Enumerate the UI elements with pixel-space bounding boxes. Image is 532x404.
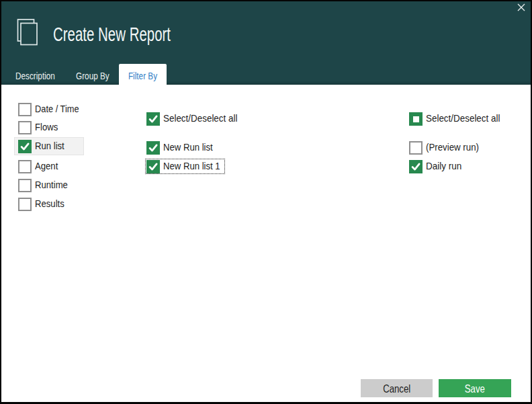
tab-description[interactable]: Description xyxy=(6,64,75,85)
save-button-label: Save xyxy=(465,382,485,395)
checkmark-icon xyxy=(146,112,160,126)
category-label: Flows xyxy=(35,121,58,132)
item-label: New Run list 1 xyxy=(163,160,220,171)
category-label: Agent xyxy=(35,160,58,171)
category-label: Run list xyxy=(35,140,64,151)
cancel-button[interactable]: Cancel xyxy=(361,379,433,397)
dialog-header: Create New Report Description Group By F… xyxy=(1,1,531,85)
checkbox-new-run-list-1[interactable] xyxy=(146,160,160,173)
indeterminate-mark xyxy=(413,116,419,122)
item-label: New Run list xyxy=(163,141,213,153)
checkbox-flows[interactable] xyxy=(18,121,32,134)
dialog-title: Create New Report xyxy=(53,24,171,44)
row-new-run-list-1[interactable]: New Run list 1 xyxy=(146,160,228,173)
checkbox-run-list-select-all[interactable] xyxy=(146,112,160,126)
checkbox-run-type-select-all[interactable] xyxy=(409,112,423,126)
filter-by-panel xyxy=(1,85,531,402)
row-preview-run[interactable]: (Preview run) xyxy=(409,141,486,155)
checkmark-icon xyxy=(146,141,160,155)
checkmark-icon xyxy=(18,140,32,153)
tab-group-by-label: Group By xyxy=(76,70,109,81)
item-label: (Preview run) xyxy=(426,141,479,153)
category-row-agent[interactable]: Agent xyxy=(18,160,61,173)
item-label: Daily run xyxy=(426,160,461,171)
checkbox-runtime[interactable] xyxy=(18,179,32,192)
select-all-label: Select/Deselect all xyxy=(163,112,237,124)
row-new-run-list[interactable]: New Run list xyxy=(146,141,220,155)
select-all-label: Select/Deselect all xyxy=(426,112,500,124)
checkmark-icon xyxy=(146,160,160,173)
checkbox-date-time[interactable] xyxy=(18,103,32,116)
checkbox-results[interactable] xyxy=(18,198,32,211)
report-pages-icon xyxy=(16,17,38,46)
cancel-button-label: Cancel xyxy=(383,382,410,395)
category-label: Date / Time xyxy=(35,103,79,114)
checkbox-agent[interactable] xyxy=(18,160,32,173)
close-button[interactable] xyxy=(515,1,528,14)
checkbox-run-list[interactable] xyxy=(18,140,32,153)
category-label: Runtime xyxy=(35,179,68,190)
category-row-runtime[interactable]: Runtime xyxy=(18,179,73,192)
tab-filter-by[interactable]: Filter By xyxy=(119,64,167,85)
run-list-select-all-row[interactable]: Select/Deselect all xyxy=(146,112,246,126)
checkbox-daily-run[interactable] xyxy=(409,160,423,173)
checkbox-preview-run[interactable] xyxy=(409,141,423,155)
category-row-date-time[interactable]: Date / Time xyxy=(18,103,87,116)
category-label: Results xyxy=(35,198,64,209)
create-new-report-dialog: Create New Report Description Group By F… xyxy=(0,0,532,404)
tab-filter-by-label: Filter By xyxy=(128,70,157,81)
save-button[interactable]: Save xyxy=(439,379,511,397)
close-icon xyxy=(517,3,525,11)
checkmark-icon xyxy=(409,160,423,173)
category-row-results[interactable]: Results xyxy=(18,198,69,211)
checkbox-new-run-list[interactable] xyxy=(146,141,160,155)
row-daily-run[interactable]: Daily run xyxy=(409,160,466,173)
category-row-run-list[interactable]: Run list xyxy=(18,140,69,153)
run-type-select-all-row[interactable]: Select/Deselect all xyxy=(409,112,508,126)
category-row-flows[interactable]: Flows xyxy=(18,121,61,134)
tab-description-label: Description xyxy=(15,70,55,81)
